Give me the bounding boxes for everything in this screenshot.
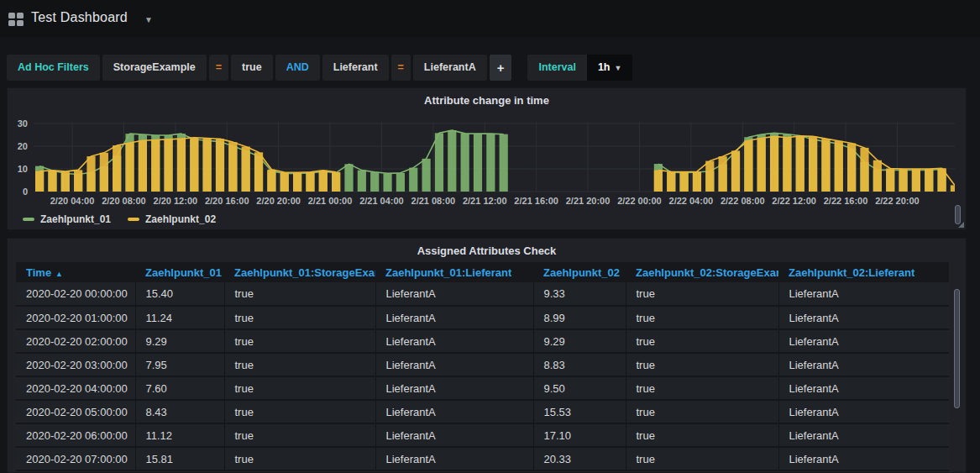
svg-text:2/20 08:00: 2/20 08:00 bbox=[102, 196, 146, 206]
table-cell: true bbox=[626, 376, 778, 400]
table-cell: LieferantA bbox=[778, 400, 949, 423]
table-cell: 2020-02-20 03:00:00 bbox=[16, 353, 135, 376]
table-cell: 7.95 bbox=[135, 353, 224, 376]
table-cell: LieferantA bbox=[778, 353, 949, 376]
filter-operator-chip[interactable]: = bbox=[391, 55, 411, 81]
table-cell: true bbox=[224, 447, 375, 470]
column-header-zaehlpunkt-01-storageexample[interactable]: Zaehlpunkt_01:StorageExample bbox=[224, 262, 375, 282]
table-cell: LieferantA bbox=[375, 282, 533, 306]
filter-condition-chip[interactable]: AND bbox=[275, 55, 320, 81]
table-panel-title[interactable]: Assigned Attributes Check bbox=[8, 244, 966, 257]
svg-text:2/20 16:00: 2/20 16:00 bbox=[205, 196, 249, 206]
table-cell: 17.10 bbox=[533, 423, 626, 447]
table-panel: Assigned Attributes Check Time▲Zaehlpunk… bbox=[7, 238, 967, 473]
svg-text:2/22 04:00: 2/22 04:00 bbox=[669, 196, 714, 206]
legend-item[interactable]: Zaehlpunkt_01 bbox=[23, 213, 111, 225]
table-cell: true bbox=[626, 400, 778, 423]
interval-dropdown[interactable]: 1h▼ bbox=[587, 55, 633, 81]
table-cell: 2020-02-20 07:00:00 bbox=[16, 447, 135, 470]
filter-operator-chip[interactable]: = bbox=[209, 55, 228, 81]
time-series-chart[interactable]: 01020302/20 04:002/20 08:002/20 12:002/2… bbox=[8, 88, 966, 229]
table-cell: 9.33 bbox=[533, 282, 626, 306]
svg-text:2/21 12:00: 2/21 12:00 bbox=[463, 196, 507, 206]
table-cell: true bbox=[224, 329, 375, 353]
table-cell: LieferantA bbox=[375, 447, 533, 470]
graph-panel: Attribute change in time 01020302/20 04:… bbox=[7, 87, 967, 230]
svg-text:2/20 04:00: 2/20 04:00 bbox=[50, 196, 95, 206]
adhoc-filters-label: Ad Hoc Filters bbox=[7, 55, 100, 81]
add-filter-button[interactable]: + bbox=[490, 55, 512, 81]
chevron-down-icon: ▼ bbox=[615, 64, 622, 72]
table-cell: 7.60 bbox=[135, 376, 224, 400]
table-row[interactable]: 2020-02-20 00:00:0015.40trueLieferantA9.… bbox=[16, 282, 949, 306]
filter-key-chip[interactable]: StorageExample bbox=[102, 55, 207, 81]
table-cell: 8.99 bbox=[533, 306, 626, 329]
table-cell: LieferantA bbox=[778, 282, 949, 306]
table-row[interactable]: 2020-02-20 06:00:0011.12trueLieferantA17… bbox=[16, 423, 949, 447]
svg-text:2/21 00:00: 2/21 00:00 bbox=[308, 196, 353, 206]
interval-picker: Interval 1h▼ bbox=[527, 55, 635, 81]
column-header-zaehlpunkt-01[interactable]: Zaehlpunkt_01 bbox=[135, 262, 224, 282]
table-cell: 15.81 bbox=[135, 447, 224, 470]
filter-value-chip[interactable]: true bbox=[231, 55, 273, 81]
table-row[interactable]: 2020-02-20 05:00:008.43trueLieferantA15.… bbox=[16, 400, 949, 423]
dashboard-dropdown-caret-icon[interactable]: ▼ bbox=[144, 15, 153, 24]
table-cell: 11.12 bbox=[135, 423, 224, 447]
table-row[interactable]: 2020-02-20 02:00:009.29trueLieferantA9.2… bbox=[16, 329, 949, 353]
bar-series-zaehlpunkt_02[interactable] bbox=[35, 136, 959, 192]
table-cell: 2020-02-20 04:00:00 bbox=[16, 376, 135, 400]
filter-key-chip[interactable]: Lieferant bbox=[322, 55, 389, 81]
column-header-zaehlpunkt-01-lieferant[interactable]: Zaehlpunkt_01:Lieferant bbox=[375, 262, 533, 282]
legend-series-swatch bbox=[23, 218, 34, 221]
table-row[interactable]: 2020-02-20 03:00:007.95trueLieferantA8.8… bbox=[16, 353, 949, 376]
table-cell: LieferantA bbox=[375, 329, 533, 353]
table-cell: LieferantA bbox=[778, 329, 949, 353]
table-row[interactable]: 2020-02-20 04:00:007.60trueLieferantA9.5… bbox=[16, 376, 949, 400]
table-cell: LieferantA bbox=[375, 306, 533, 329]
svg-text:2/21 04:00: 2/21 04:00 bbox=[359, 196, 404, 206]
table-cell: true bbox=[224, 423, 375, 447]
svg-text:0: 0 bbox=[23, 187, 28, 197]
svg-text:20: 20 bbox=[18, 141, 28, 151]
svg-text:30: 30 bbox=[18, 118, 28, 129]
table-cell: true bbox=[626, 306, 778, 329]
table-cell: true bbox=[224, 353, 375, 376]
svg-text:2/22 16:00: 2/22 16:00 bbox=[824, 196, 868, 206]
table-cell: true bbox=[224, 376, 375, 400]
table-scrollbar[interactable] bbox=[954, 289, 960, 408]
legend-item[interactable]: Zaehlpunkt_02 bbox=[128, 213, 216, 225]
table-cell: 15.40 bbox=[135, 282, 224, 306]
table-cell: true bbox=[224, 282, 375, 306]
table-cell: 8.83 bbox=[533, 353, 626, 376]
table-cell: true bbox=[626, 329, 778, 353]
column-header-time[interactable]: Time▲ bbox=[16, 262, 135, 282]
filter-value-chip[interactable]: LieferantA bbox=[413, 55, 487, 81]
column-header-zaehlpunkt-02-storageexample[interactable]: Zaehlpunkt_02:StorageExample bbox=[626, 262, 778, 282]
table-cell: 2020-02-20 00:00:00 bbox=[16, 282, 135, 306]
table-row[interactable]: 2020-02-20 01:00:0011.24trueLieferantA8.… bbox=[16, 306, 949, 329]
svg-text:2/20 20:00: 2/20 20:00 bbox=[256, 196, 301, 206]
table-cell: 2020-02-20 02:00:00 bbox=[16, 329, 135, 353]
table-cell: LieferantA bbox=[778, 306, 949, 329]
table-row[interactable]: 2020-02-20 07:00:0015.81trueLieferantA20… bbox=[16, 447, 949, 470]
table-cell: 9.50 bbox=[533, 376, 626, 400]
dashboard-title[interactable]: Test Dashboard bbox=[31, 10, 128, 25]
table-cell: 8.43 bbox=[135, 400, 224, 423]
table-cell: LieferantA bbox=[375, 353, 533, 376]
chart-legend: Zaehlpunkt_01Zaehlpunkt_02 bbox=[23, 213, 216, 225]
column-header-zaehlpunkt-02[interactable]: Zaehlpunkt_02 bbox=[533, 262, 626, 282]
column-header-zaehlpunkt-02-lieferant[interactable]: Zaehlpunkt_02:Lieferant bbox=[778, 262, 949, 282]
panel-resize-handle[interactable] bbox=[958, 222, 964, 228]
table-cell: 11.24 bbox=[135, 306, 224, 329]
svg-text:2/22 20:00: 2/22 20:00 bbox=[875, 196, 920, 206]
attributes-table: Time▲Zaehlpunkt_01Zaehlpunkt_01:StorageE… bbox=[16, 262, 949, 471]
svg-text:2/22 12:00: 2/22 12:00 bbox=[772, 196, 816, 206]
svg-text:2/21 08:00: 2/21 08:00 bbox=[411, 196, 456, 206]
table-cell: true bbox=[224, 306, 375, 329]
table-cell: LieferantA bbox=[778, 447, 949, 470]
table-cell: true bbox=[626, 282, 778, 306]
table-cell: true bbox=[626, 423, 778, 447]
dashboard-grid-icon[interactable] bbox=[8, 13, 24, 27]
table-cell: 9.29 bbox=[533, 329, 626, 353]
table-cell: 15.53 bbox=[533, 400, 626, 423]
